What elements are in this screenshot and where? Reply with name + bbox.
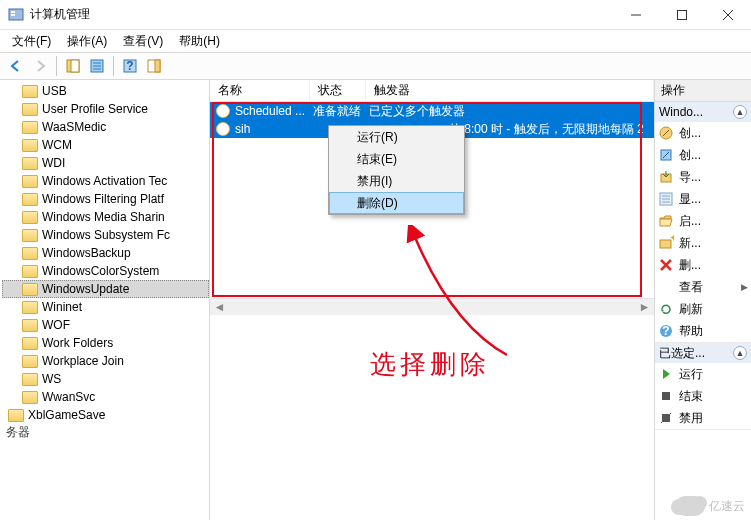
tree-node[interactable]: WaaSMedic xyxy=(2,118,209,136)
menu-action[interactable]: 操作(A) xyxy=(59,31,115,52)
folder-icon xyxy=(22,175,38,188)
menu-disable[interactable]: 禁用(I) xyxy=(329,170,464,192)
action-label: 启... xyxy=(679,213,701,230)
menu-file[interactable]: 文件(F) xyxy=(4,31,59,52)
close-button[interactable] xyxy=(705,0,751,30)
annotation-text: 选择删除 xyxy=(370,347,490,382)
folder-icon xyxy=(22,337,38,350)
action-item[interactable]: 创... xyxy=(655,144,751,166)
action-item[interactable]: 创... xyxy=(655,122,751,144)
svg-rect-28 xyxy=(662,392,670,400)
action-item[interactable]: 导... xyxy=(655,166,751,188)
tree-node[interactable]: Wininet xyxy=(2,298,209,316)
action-item[interactable]: ✦新... xyxy=(655,232,751,254)
import-icon xyxy=(658,169,674,185)
context-menu: 运行(R) 结束(E) 禁用(I) 删除(D) xyxy=(328,125,465,215)
tree-node[interactable]: WS xyxy=(2,370,209,388)
menu-view[interactable]: 查看(V) xyxy=(115,31,171,52)
tree-node[interactable]: Windows Filtering Platf xyxy=(2,190,209,208)
action-item[interactable]: 禁用 xyxy=(655,407,751,429)
action-item[interactable]: 查看▶ xyxy=(655,276,751,298)
tree-node[interactable]: XblGameSave xyxy=(2,406,209,424)
col-status[interactable]: 状态 xyxy=(310,80,366,101)
action-label: 查看 xyxy=(679,279,703,296)
menu-delete[interactable]: 删除(D) xyxy=(329,192,464,214)
properties-button[interactable] xyxy=(86,55,108,77)
wand-icon xyxy=(658,125,674,141)
minimize-button[interactable] xyxy=(613,0,659,30)
col-name[interactable]: 名称 xyxy=(210,80,310,101)
folder-icon xyxy=(22,283,38,296)
tree-scroll[interactable]: USBUser Profile ServiceWaaSMedicWCMWDIWi… xyxy=(0,80,209,520)
folder-icon xyxy=(22,355,38,368)
tree-label: WindowsColorSystem xyxy=(42,264,159,278)
action-item[interactable]: 启... xyxy=(655,210,751,232)
tree-label: USB xyxy=(42,84,67,98)
group1-header[interactable]: Windo... ▲ xyxy=(655,102,751,122)
back-button[interactable] xyxy=(5,55,27,77)
col-triggers[interactable]: 触发器 xyxy=(366,80,654,101)
forward-button[interactable] xyxy=(29,55,51,77)
actions-group-2: 已选定... ▲ 运行结束禁用 xyxy=(655,343,751,430)
tree-node[interactable]: WDI xyxy=(2,154,209,172)
action-item[interactable]: 运行 xyxy=(655,363,751,385)
hscroll[interactable]: ◄ ► xyxy=(210,298,654,315)
tree-node[interactable]: WwanSvc xyxy=(2,388,209,406)
delete-x-icon xyxy=(658,257,674,273)
tree-node[interactable]: Windows Media Sharin xyxy=(2,208,209,226)
action-item[interactable]: 删... xyxy=(655,254,751,276)
maximize-button[interactable] xyxy=(659,0,705,30)
list-icon xyxy=(658,191,674,207)
tree-node[interactable]: Work Folders xyxy=(2,334,209,352)
tree-label: User Profile Service xyxy=(42,102,148,116)
tree-label: Windows Filtering Platf xyxy=(42,192,164,206)
tree-node[interactable]: WCM xyxy=(2,136,209,154)
menu-bar: 文件(F) 操作(A) 查看(V) 帮助(H) xyxy=(0,30,751,52)
tree-node[interactable]: WOF xyxy=(2,316,209,334)
chevron-up-icon: ▲ xyxy=(733,105,747,119)
action-item[interactable]: ?帮助 xyxy=(655,320,751,342)
scroll-left-icon[interactable]: ◄ xyxy=(212,300,227,315)
svg-rect-4 xyxy=(678,10,687,19)
tree-node[interactable]: WindowsColorSystem xyxy=(2,262,209,280)
action-item[interactable]: 结束 xyxy=(655,385,751,407)
action-item[interactable]: 刷新 xyxy=(655,298,751,320)
show-hide-button[interactable] xyxy=(62,55,84,77)
folder-icon xyxy=(22,139,38,152)
help-button[interactable]: ? xyxy=(119,55,141,77)
tree-node[interactable]: User Profile Service xyxy=(2,100,209,118)
menu-end[interactable]: 结束(E) xyxy=(329,148,464,170)
tree-label: Wininet xyxy=(42,300,82,314)
toolbar: ? xyxy=(0,52,751,80)
stop-icon xyxy=(658,388,674,404)
tree-node[interactable]: Windows Activation Tec xyxy=(2,172,209,190)
scroll-right-icon[interactable]: ► xyxy=(637,300,652,315)
menu-run[interactable]: 运行(R) xyxy=(329,126,464,148)
task-row[interactable]: Scheduled ... 准备就绪 已定义多个触发器 xyxy=(210,102,654,120)
action-item[interactable]: 显... xyxy=(655,188,751,210)
tree-label: Workplace Join xyxy=(42,354,124,368)
group2-header[interactable]: 已选定... ▲ xyxy=(655,343,751,363)
folder-icon xyxy=(22,211,38,224)
annotation-arrow xyxy=(402,225,542,365)
toolbar-separator-2 xyxy=(113,56,114,76)
menu-help[interactable]: 帮助(H) xyxy=(171,31,228,52)
tree-node[interactable]: Windows Subsystem Fc xyxy=(2,226,209,244)
task-triggers: 已定义多个触发器 xyxy=(369,103,465,120)
tree-node[interactable]: WindowsUpdate xyxy=(2,280,209,298)
tree-label: WaaSMedic xyxy=(42,120,106,134)
actions-pane: 操作 Windo... ▲ 创...创...导...显...启...✦新...删… xyxy=(655,80,751,520)
tree-node[interactable]: WindowsBackup xyxy=(2,244,209,262)
tree-node[interactable]: USB xyxy=(2,82,209,100)
disable-icon xyxy=(658,410,674,426)
action-pane-button[interactable] xyxy=(143,55,165,77)
tree-label: WDI xyxy=(42,156,65,170)
tree-label: WOF xyxy=(42,318,70,332)
window-title: 计算机管理 xyxy=(30,6,613,23)
folder-icon xyxy=(22,157,38,170)
tree-node[interactable]: Workplace Join xyxy=(2,352,209,370)
folder-open-icon xyxy=(658,213,674,229)
tree-label: Windows Subsystem Fc xyxy=(42,228,170,242)
folder-icon xyxy=(22,85,38,98)
view-icon xyxy=(658,279,674,295)
